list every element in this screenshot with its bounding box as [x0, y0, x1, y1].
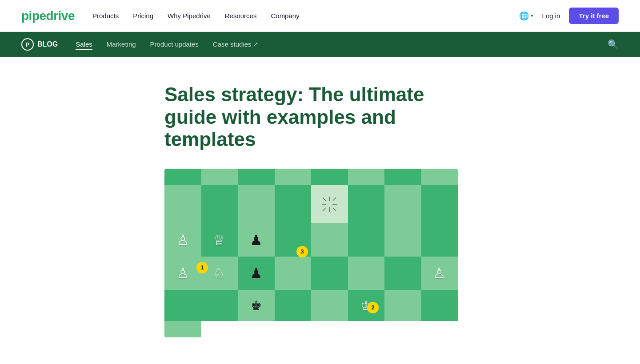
chess-cell: ♚ [238, 290, 275, 321]
blog-logo-circle: P [21, 38, 34, 51]
blog-logo-letter: P [26, 41, 30, 48]
chess-cell [421, 290, 458, 321]
blog-nav-marketing[interactable]: Marketing [107, 40, 136, 48]
blog-logo[interactable]: P BLOG [21, 38, 58, 51]
chess-piece-white-pawn-2: ♙ [176, 265, 189, 282]
chess-cell [311, 257, 348, 290]
language-selector[interactable]: 🌐 ▾ [519, 11, 533, 21]
chess-cell [238, 169, 275, 185]
chess-cell: ♙ [421, 257, 458, 290]
article-title: Sales strategy: The ultimate guide with … [164, 83, 476, 151]
chess-cell [348, 223, 385, 257]
chess-cell [384, 223, 421, 257]
chess-cell [275, 257, 312, 290]
blog-label: BLOG [37, 40, 58, 48]
chess-cell [311, 223, 348, 257]
svg-line-9 [333, 198, 336, 201]
try-free-button[interactable]: Try it free [569, 8, 619, 24]
nav-why-pipedrive[interactable]: Why Pipedrive [168, 12, 211, 20]
chess-piece-white-pawn-3: ♙ [433, 265, 446, 282]
main-content: Sales strategy: The ultimate guide with … [0, 57, 640, 337]
chess-cell [421, 185, 458, 224]
chess-cell [164, 321, 201, 337]
chess-cell [164, 185, 201, 224]
login-button[interactable]: Log in [542, 12, 560, 20]
chess-cell [311, 290, 348, 321]
chess-badge-2: 2 [367, 302, 379, 313]
svg-line-11 [333, 208, 336, 211]
chess-cell [201, 290, 238, 321]
chess-cell [421, 169, 458, 185]
blog-nav: P BLOG Sales Marketing Product updates C… [0, 32, 640, 57]
chess-target-cell [311, 185, 348, 224]
chess-piece-white-knight: ♘ [213, 265, 226, 282]
chess-cell [384, 169, 421, 185]
chess-illustration: ♙ ♕ ♟ ♙ [164, 169, 458, 337]
chess-cell [421, 223, 458, 257]
nav-pricing[interactable]: Pricing [133, 12, 153, 20]
chess-piece-black-king: ♚ [251, 298, 262, 313]
chess-badge-1: 1 [196, 262, 208, 273]
chess-cell: ♟ [238, 223, 275, 257]
chess-cell [275, 290, 312, 321]
chess-cell [201, 185, 238, 224]
blog-nav-sales[interactable]: Sales [76, 40, 92, 50]
chess-cell [384, 185, 421, 224]
target-icon [318, 193, 340, 215]
blog-nav-case-studies[interactable]: Case studies ↗ [213, 40, 258, 48]
chess-cell [348, 169, 385, 185]
svg-line-8 [323, 198, 326, 201]
nav-company[interactable]: Company [271, 12, 299, 20]
nav-resources[interactable]: Resources [225, 12, 257, 20]
chess-cell: ♙ [164, 223, 201, 257]
external-link-icon: ↗ [253, 41, 258, 47]
blog-search-button[interactable]: 🔍 [608, 39, 619, 50]
chess-cell [384, 290, 421, 321]
logo[interactable]: pipedrive [21, 9, 75, 23]
top-nav: pipedrive Products Pricing Why Pipedrive… [0, 0, 640, 32]
chess-cell: ♔ [348, 290, 385, 321]
chess-cell [348, 185, 385, 224]
chess-piece-black-pawn: ♟ [250, 232, 263, 249]
chess-cell: ♙ [164, 257, 201, 290]
chess-cell [238, 185, 275, 224]
chess-cell [384, 257, 421, 290]
globe-icon: 🌐 [519, 11, 529, 21]
chess-board: ♙ ♕ ♟ ♙ [164, 169, 458, 337]
chess-cell [348, 257, 385, 290]
chess-piece-white-pawn: ♙ [176, 232, 189, 249]
chess-badge-3: 3 [296, 246, 308, 257]
chess-cell [164, 169, 201, 185]
search-icon: 🔍 [608, 40, 619, 49]
chess-piece-white-queen: ♕ [213, 232, 226, 249]
chess-cell [311, 169, 348, 185]
chess-cell: ♘ [201, 257, 238, 290]
chess-cell [201, 169, 238, 185]
chess-cell [164, 290, 201, 321]
chess-cell [275, 185, 312, 224]
chess-piece-black-pawn-2: ♟ [250, 265, 263, 282]
chess-cell: ♟ [238, 257, 275, 290]
svg-line-10 [323, 208, 326, 211]
blog-nav-product-updates[interactable]: Product updates [150, 40, 199, 48]
nav-products[interactable]: Products [92, 12, 119, 20]
chevron-down-icon: ▾ [531, 13, 533, 19]
chess-cell [275, 169, 312, 185]
chess-cell: ♕ [201, 223, 238, 257]
